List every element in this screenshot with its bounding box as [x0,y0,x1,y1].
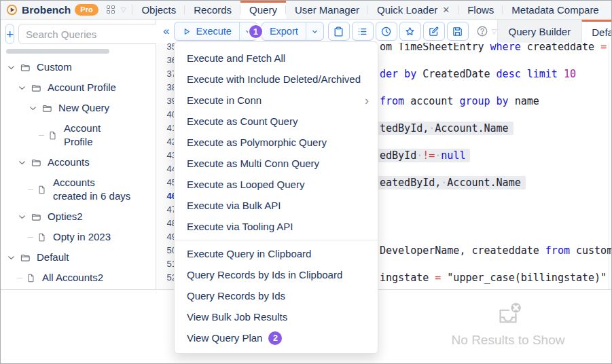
editor-tab-list: Query BuilderDefa [497,20,612,43]
folder-icon [31,82,42,94]
folder-icon [31,157,42,168]
menu-item-execute-via-tooling-api[interactable]: Execute via Tooling API [175,216,378,237]
top-tab-user-manager[interactable]: User Manager [286,1,368,19]
export-button[interactable]: Export [262,26,306,37]
tree-item-label: Default [37,251,69,264]
clipboard-button[interactable] [328,22,350,41]
code-text: eatedById,·Account.Name [363,176,526,189]
tree-item-label: Custom [37,60,72,74]
menu-item-execute-and-fetch-all[interactable]: Execute and Fetch All [175,48,378,69]
top-tab-objects[interactable]: Objects [132,1,185,19]
tree-query-account-profile[interactable]: AccountProfile [1,118,156,152]
menu-item-query-records-by-ids[interactable]: Query Records by Ids [175,285,378,306]
list-button[interactable] [352,22,374,41]
top-navigation-bar: Brobench Pro ▽ ObjectsRecordsQueryUser M… [1,1,612,20]
menu-item-label: Execute in Conn [187,94,262,106]
menu-item-execute-as-polymorphic-query[interactable]: Execute as Polymorphic Query [175,132,378,153]
document-icon [26,273,36,283]
chevron-down-icon[interactable] [6,253,16,263]
tree-item-label: Opties2 [48,210,83,223]
tree-folder-custom[interactable]: Custom [1,57,156,77]
top-tab-label: Quick Loader [377,4,437,16]
chevron-down-icon[interactable] [6,62,16,73]
menu-item-query-records-by-ids-in-clipboard[interactable]: Query Records by Ids in Clipboard [175,264,378,285]
top-tab-query[interactable]: Query [240,1,286,19]
tree-folder-opties2[interactable]: Opties2 [1,206,156,227]
no-results-icon [494,300,522,329]
menu-item-label: Execute as Polymorphic Query [187,136,327,148]
code-text: om TimeSheetEntry where createddate = [380,43,607,54]
close-tab-icon[interactable]: ✕ [442,5,450,15]
menu-item-label: Execute via Tooling API [187,221,293,232]
history-button[interactable] [376,22,397,41]
export-dropdown-button[interactable] [306,22,323,40]
brand-chevron-down-icon[interactable]: ▽ [121,6,126,14]
menu-item-execute-as-looped-query[interactable]: Execute as Looped Query [175,174,378,195]
code-text: from account group by name [380,94,539,108]
chevron-down-icon[interactable] [17,212,27,222]
top-tab-quick-loader[interactable]: Quick Loader✕ [368,1,458,19]
top-tab-flows[interactable]: Flows [458,1,503,19]
tree-folder-new-query[interactable]: New Query [1,98,156,118]
chevron-down-icon[interactable] [17,83,27,93]
favorite-button[interactable] [399,22,421,41]
tree-query-opty-in-2023[interactable]: Opty in 2023 [1,227,156,247]
menu-divider [175,240,378,240]
code-text: ingstate = "upper_case(billingstate)" [380,271,607,285]
menu-item-execute-as-count-query[interactable]: Execute as Count Query [175,111,378,132]
menu-item-view-query-plan[interactable]: View Query Plan2 [175,327,378,348]
edit-icon [428,26,439,37]
editor-tab-query-builder[interactable]: Query Builder [497,20,582,43]
top-tab-label: Flows [467,4,494,16]
top-tab-list: ObjectsRecordsQueryUser ManagerQuick Loa… [132,1,607,19]
menu-item-badge: 2 [268,331,282,345]
menu-item-label: Execute as Multi Conn Query [187,158,319,169]
toolbar-icon-buttons [328,22,471,41]
chevron-down-icon [310,27,319,36]
tree-query-accounts-created-in-6-days[interactable]: Accountscreated in 6 days [1,172,156,206]
menu-item-execute-query-in-clipboard[interactable]: Execute Query in Clipboard [175,243,378,264]
history-icon [380,26,392,37]
execute-button[interactable]: Execute [175,26,238,37]
top-tab-label: Query [249,4,277,16]
chevron-down-icon[interactable] [17,158,27,168]
document-icon [37,232,47,242]
tree-item-label: New Query [58,101,109,115]
menu-item-view-bulk-job-results[interactable]: View Bulk Job Results [175,306,378,327]
menu-item-label: Execute Query in Clipboard [187,248,311,259]
collapse-sidebar-button[interactable]: « [160,24,171,38]
chevron-down-icon[interactable] [28,103,38,113]
menu-item-label: Execute with Include Deleted/Archived [187,73,361,85]
menu-item-label: View Bulk Job Results [187,311,287,323]
tree-query-all-accounts2[interactable]: All Accounts2 [1,268,156,288]
help-chevron-down-icon[interactable]: ▽ [492,28,497,35]
save-icon [452,26,463,37]
tree-item-label: AccountProfile [64,122,101,149]
search-input[interactable] [18,24,168,44]
play-icon [182,27,191,36]
tree-folder-accounts[interactable]: Accounts [1,152,156,172]
menu-item-execute-as-multi-conn-query[interactable]: Execute as Multi Conn Query [175,153,378,174]
menu-item-label: Execute via Bulk API [187,200,281,211]
tree-guide-dash [39,135,44,136]
apps-grid-icon[interactable] [107,5,115,14]
folder-icon [20,62,31,73]
add-query-button[interactable]: + [5,24,14,44]
help-icon[interactable] [476,25,488,37]
tree-folder-account-profile[interactable]: Account Profile [1,77,156,98]
top-tab-records[interactable]: Records [185,1,240,19]
tree-guide-dash [17,278,22,278]
top-tab-label: Objects [141,4,176,16]
save-button[interactable] [447,22,469,41]
code-text: tedById,·Account.Name [363,122,514,135]
document-icon [37,185,47,195]
sidebar-horizontal-scrollbar[interactable] [6,49,109,54]
edit-button[interactable] [423,22,445,41]
top-tab-metadata-compare[interactable]: Metadata Compare [503,1,607,19]
editor-tab-defa[interactable]: Defa [581,20,612,43]
menu-item-execute-in-conn[interactable]: Execute in Conn› [175,90,378,111]
top-tab-label: User Manager [295,4,359,16]
tree-folder-default[interactable]: Default [1,247,156,268]
menu-item-execute-via-bulk-api[interactable]: Execute via Bulk API [175,195,378,216]
menu-item-execute-with-include-deleted-archived[interactable]: Execute with Include Deleted/Archived [175,69,378,90]
